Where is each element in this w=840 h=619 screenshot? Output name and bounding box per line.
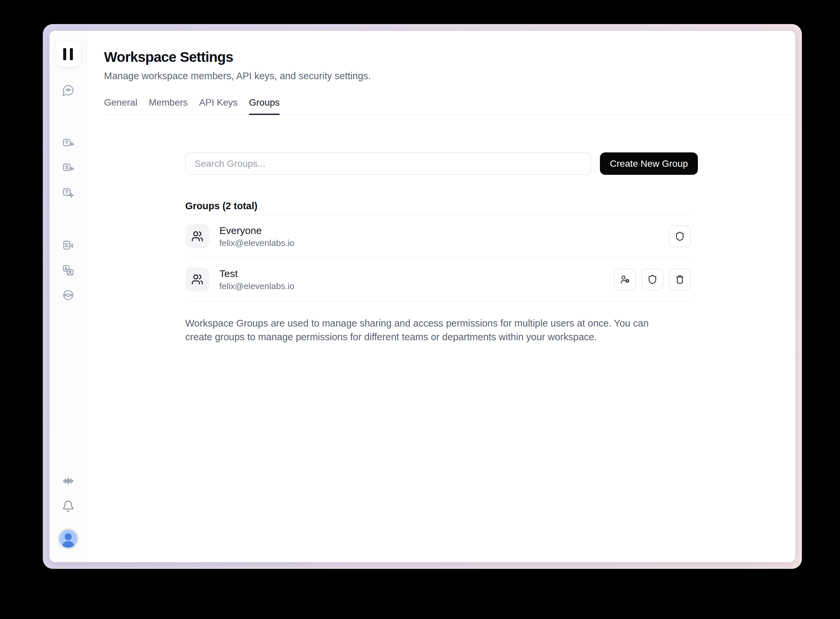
group-avatar-tile <box>185 224 209 248</box>
page-header: Workspace Settings Manage workspace memb… <box>87 31 795 115</box>
app-window: Workspace Settings Manage workspace memb… <box>49 31 795 562</box>
speech-to-speech-icon[interactable] <box>60 161 76 176</box>
document-audio-icon[interactable] <box>60 238 76 253</box>
logo-bar <box>63 48 66 60</box>
groups-panel: Create New Group Groups (2 total) <box>185 115 698 344</box>
text-to-speech-icon[interactable] <box>60 136 76 151</box>
group-row-everyone: Everyone felix@elevenlabs.io <box>185 215 691 258</box>
search-row: Create New Group <box>185 153 698 175</box>
page-title: Workspace Settings <box>104 49 795 65</box>
page-subtitle: Manage workspace members, API keys, and … <box>104 70 795 82</box>
manage-members-button[interactable] <box>614 268 636 290</box>
list-divider <box>185 301 691 301</box>
user-cog-icon <box>620 274 630 284</box>
globe-icon[interactable] <box>60 287 76 303</box>
group-owner-email: felix@elevenlabs.io <box>219 238 294 248</box>
speech-bubble-waveform-icon[interactable] <box>60 82 76 98</box>
sound-effects-icon[interactable] <box>60 185 76 201</box>
tab-general[interactable]: General <box>104 97 138 115</box>
sidebar <box>49 31 87 562</box>
translate-icon[interactable] <box>60 263 76 278</box>
groups-count-heading: Groups (2 total) <box>185 200 698 212</box>
groups-description: Workspace Groups are used to manage shar… <box>185 317 677 344</box>
shield-icon <box>675 231 685 241</box>
window-frame: Workspace Settings Manage workspace memb… <box>43 24 802 569</box>
permissions-shield-button[interactable] <box>669 225 691 247</box>
row-actions <box>669 225 691 247</box>
group-meta: Everyone felix@elevenlabs.io <box>219 224 294 248</box>
bell-icon[interactable] <box>60 499 76 514</box>
delete-group-button[interactable] <box>669 268 691 290</box>
group-name: Everyone <box>219 224 294 237</box>
create-new-group-button[interactable]: Create New Group <box>600 153 698 175</box>
main-panel: Workspace Settings Manage workspace memb… <box>87 31 795 562</box>
logo-bar <box>70 48 73 60</box>
group-meta: Test felix@elevenlabs.io <box>219 268 294 291</box>
tab-api-keys[interactable]: API Keys <box>199 97 237 115</box>
row-actions <box>614 268 691 290</box>
tab-members[interactable]: Members <box>149 97 188 115</box>
waveform-icon[interactable] <box>60 473 76 489</box>
group-owner-email: felix@elevenlabs.io <box>219 281 294 291</box>
elevenlabs-logo[interactable] <box>55 41 81 67</box>
settings-tabs: General Members API Keys Groups <box>104 97 795 115</box>
tab-groups[interactable]: Groups <box>249 97 280 115</box>
users-icon <box>191 230 203 242</box>
group-row-test: Test felix@elevenlabs.io <box>185 258 691 301</box>
group-avatar-tile <box>185 268 209 292</box>
permissions-shield-button[interactable] <box>641 268 663 290</box>
trash-icon <box>675 274 685 284</box>
shield-icon <box>647 274 657 284</box>
users-icon <box>191 274 203 286</box>
group-name: Test <box>219 268 294 280</box>
search-groups-input[interactable] <box>185 153 591 175</box>
user-avatar[interactable] <box>57 528 79 549</box>
